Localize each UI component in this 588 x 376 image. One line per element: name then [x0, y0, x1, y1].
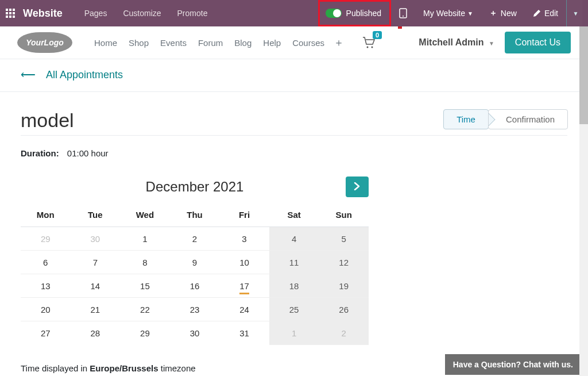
menu-help[interactable]: Help	[263, 38, 281, 48]
back-all-appointments[interactable]: ⟵ All Appointments	[21, 68, 567, 81]
menu-courses[interactable]: Courses	[292, 38, 324, 48]
calendar-day[interactable]: 6	[21, 251, 71, 274]
calendar-day[interactable]: 13	[21, 274, 71, 298]
menu-home[interactable]: Home	[94, 38, 117, 48]
calendar-day: 2	[319, 321, 369, 345]
menu-blog[interactable]: Blog	[234, 38, 252, 48]
step-confirmation: Confirmation	[488, 109, 568, 129]
weekday-thu: Thu	[170, 205, 220, 227]
weekday-fri: Fri	[219, 205, 269, 227]
user-menu[interactable]: Mitchell Admin ▼	[419, 37, 494, 48]
calendar-day[interactable]: 26	[319, 298, 369, 321]
arrow-left-icon: ⟵	[21, 68, 36, 81]
site-logo[interactable]: YourLogo	[17, 32, 72, 53]
menu-forum[interactable]: Forum	[198, 38, 223, 48]
calendar-day[interactable]: 25	[269, 298, 319, 321]
calendar-day[interactable]: 19	[319, 274, 369, 298]
calendar-day[interactable]: 28	[71, 321, 121, 345]
calendar-day[interactable]: 12	[319, 251, 369, 274]
step-time[interactable]: Time	[443, 109, 489, 129]
edit-button[interactable]: Edit	[525, 9, 566, 18]
cart-count-badge: 0	[373, 31, 382, 39]
publish-label: Published	[346, 9, 382, 18]
calendar-day[interactable]: 18	[269, 274, 319, 298]
calendar-day[interactable]: 20	[21, 298, 71, 321]
nav-customize[interactable]: Customize	[115, 9, 169, 18]
booking-steps: Time Confirmation	[443, 109, 567, 129]
menu-shop[interactable]: Shop	[129, 38, 149, 48]
calendar-day[interactable]: 10	[219, 251, 269, 274]
calendar-day[interactable]: 27	[21, 321, 71, 345]
calendar-next-button[interactable]	[346, 177, 369, 197]
new-button[interactable]: ＋New	[481, 8, 525, 18]
add-menu-icon[interactable]: ＋	[334, 36, 344, 49]
calendar-day[interactable]: 7	[71, 251, 121, 274]
weekday-mon: Mon	[21, 205, 71, 227]
calendar-day[interactable]: 1	[120, 227, 170, 251]
edit-dropdown-caret[interactable]: ▼	[566, 0, 582, 26]
nav-pages[interactable]: Pages	[76, 9, 115, 18]
calendar-month: December 2021	[146, 179, 244, 195]
calendar-day[interactable]: 30	[170, 321, 220, 345]
calendar-day: 30	[71, 227, 121, 251]
calendar-day[interactable]: 2	[170, 227, 220, 251]
chat-widget-button[interactable]: Have a Question? Chat with us.	[445, 354, 581, 375]
published-group: Published	[318, 0, 392, 26]
page-title: model	[21, 109, 74, 132]
calendar-table: MonTueWedThuFriSatSun 293012345678910111…	[21, 205, 369, 345]
publish-toggle[interactable]	[326, 9, 342, 18]
duration-row: Duration: 01:00 hour	[21, 148, 567, 158]
calendar-day[interactable]: 24	[219, 298, 269, 321]
calendar-day[interactable]: 5	[319, 227, 369, 251]
calendar-day[interactable]: 21	[71, 298, 121, 321]
calendar-day[interactable]: 3	[219, 227, 269, 251]
calendar-day: 1	[269, 321, 319, 345]
menu-events[interactable]: Events	[160, 38, 187, 48]
calendar-day[interactable]: 16	[170, 274, 220, 298]
calendar-day[interactable]: 4	[269, 227, 319, 251]
contact-us-button[interactable]: Contact Us	[505, 32, 571, 53]
calendar-day[interactable]: 23	[170, 298, 220, 321]
nav-promote[interactable]: Promote	[169, 9, 216, 18]
calendar-day[interactable]: 9	[170, 251, 220, 274]
svg-point-3	[372, 47, 373, 48]
weekday-sat: Sat	[269, 205, 319, 227]
calendar-day: 29	[21, 227, 71, 251]
svg-point-1	[403, 16, 404, 17]
duration-label: Duration:	[21, 148, 59, 158]
weekday-sun: Sun	[319, 205, 369, 227]
calendar-day[interactable]: 31	[219, 321, 269, 345]
vertical-scrollbar[interactable]	[579, 26, 588, 376]
calendar-day[interactable]: 17	[219, 274, 269, 298]
apps-icon[interactable]	[6, 9, 15, 18]
decorative-marker	[398, 26, 402, 29]
calendar-day[interactable]: 8	[120, 251, 170, 274]
calendar-day[interactable]: 15	[120, 274, 170, 298]
calendar-day[interactable]: 22	[120, 298, 170, 321]
calendar-day[interactable]: 11	[269, 251, 319, 274]
weekday-wed: Wed	[120, 205, 170, 227]
calendar-day[interactable]: 29	[120, 321, 170, 345]
app-brand[interactable]: Website	[23, 7, 63, 20]
svg-point-2	[367, 47, 369, 48]
duration-value: 01:00 hour	[67, 148, 109, 158]
cart-icon[interactable]: 0	[362, 37, 375, 48]
my-website-dropdown[interactable]: My Website▼	[415, 9, 481, 18]
calendar-day[interactable]: 14	[71, 274, 121, 298]
weekday-tue: Tue	[71, 205, 121, 227]
mobile-preview-icon[interactable]	[391, 8, 415, 18]
